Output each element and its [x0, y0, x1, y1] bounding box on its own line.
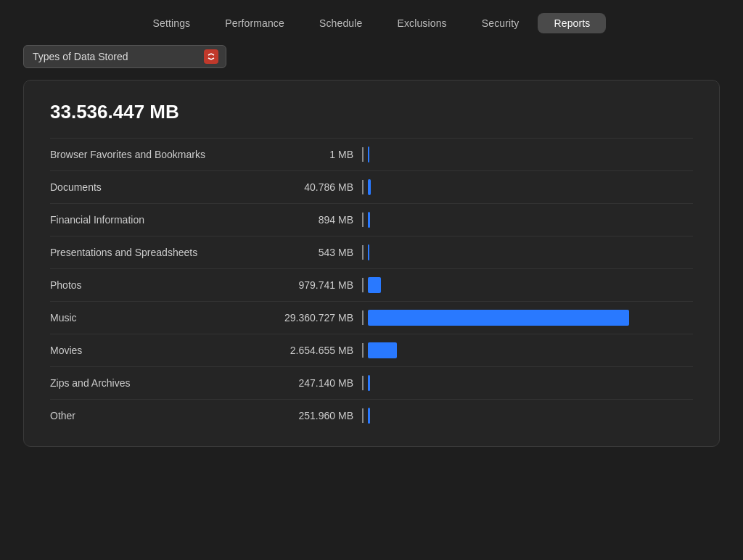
dropdown-wrapper: Types of Data Stored — [23, 45, 226, 68]
row-value: 40.786 MB — [268, 181, 362, 193]
row-bar-divider — [362, 408, 364, 423]
row-bar-container — [362, 179, 693, 195]
data-rows-container: Browser Favorites and Bookmarks1 MBDocum… — [50, 138, 693, 432]
row-label: Photos — [50, 279, 268, 291]
tab-performance[interactable]: Performance — [209, 13, 300, 33]
data-panel: 33.536.447 MB Browser Favorites and Book… — [23, 80, 720, 447]
row-label: Financial Information — [50, 214, 268, 226]
row-bar — [368, 147, 369, 162]
table-row: Music29.360.727 MB — [50, 301, 693, 334]
tab-schedule[interactable]: Schedule — [303, 13, 379, 33]
row-bar-divider — [362, 147, 364, 162]
row-bar-container — [362, 244, 693, 260]
table-row: Zips and Archives247.140 MB — [50, 366, 693, 399]
table-row: Movies2.654.655 MB — [50, 334, 693, 366]
tab-reports[interactable]: Reports — [538, 13, 606, 33]
row-label: Browser Favorites and Bookmarks — [50, 149, 268, 160]
row-label: Presentations and Spreadsheets — [50, 247, 268, 258]
row-label: Movies — [50, 345, 268, 356]
row-label: Music — [50, 312, 268, 324]
table-row: Browser Favorites and Bookmarks1 MB — [50, 138, 693, 170]
row-value: 251.960 MB — [268, 410, 362, 421]
row-label: Zips and Archives — [50, 377, 268, 389]
row-value: 543 MB — [268, 247, 362, 258]
data-type-dropdown[interactable]: Types of Data Stored — [23, 45, 226, 68]
row-value: 1 MB — [268, 149, 362, 160]
total-size: 33.536.447 MB — [50, 101, 693, 123]
main-content: Types of Data Stored 33.536.447 MB Brows… — [23, 45, 720, 447]
row-value: 979.741 MB — [268, 279, 362, 291]
row-value: 894 MB — [268, 214, 362, 226]
tab-settings[interactable]: Settings — [137, 13, 207, 33]
row-bar-container — [362, 375, 693, 391]
row-value: 2.654.655 MB — [268, 345, 362, 356]
row-bar-divider — [362, 343, 364, 358]
row-bar-container — [362, 310, 693, 326]
row-bar-container — [362, 212, 693, 228]
row-bar-container — [362, 147, 693, 162]
row-value: 29.360.727 MB — [268, 312, 362, 324]
row-bar-divider — [362, 278, 364, 292]
dropdown-arrow-icon — [204, 49, 218, 64]
tab-exclusions[interactable]: Exclusions — [381, 13, 462, 33]
row-label: Other — [50, 410, 268, 421]
table-row: Presentations and Spreadsheets543 MB — [50, 236, 693, 268]
table-row: Other251.960 MB — [50, 399, 693, 432]
table-row: Photos979.741 MB — [50, 268, 693, 301]
row-bar — [368, 310, 629, 326]
row-label: Documents — [50, 181, 268, 193]
dropdown-label: Types of Data Stored — [33, 51, 128, 62]
tab-bar: SettingsPerformanceScheduleExclusionsSec… — [0, 0, 743, 45]
row-value: 247.140 MB — [268, 377, 362, 389]
row-bar-container — [362, 277, 693, 293]
row-bar — [368, 179, 371, 195]
row-bar-divider — [362, 310, 364, 325]
row-bar — [368, 342, 397, 358]
row-bar — [368, 212, 370, 228]
row-bar-container — [362, 408, 693, 424]
row-bar — [368, 277, 381, 293]
row-bar-divider — [362, 213, 364, 227]
row-bar-divider — [362, 180, 364, 194]
row-bar-divider — [362, 245, 364, 260]
row-bar-container — [362, 342, 693, 358]
table-row: Financial Information894 MB — [50, 203, 693, 236]
table-row: Documents40.786 MB — [50, 170, 693, 203]
tab-security[interactable]: Security — [466, 13, 535, 33]
row-bar — [368, 408, 370, 424]
row-bar — [368, 375, 370, 391]
row-bar-divider — [362, 376, 364, 390]
row-bar — [368, 244, 369, 260]
